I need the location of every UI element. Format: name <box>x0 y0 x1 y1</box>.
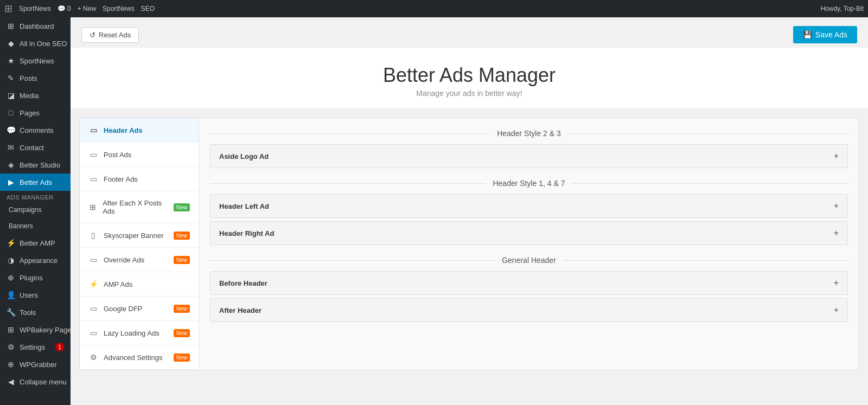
advanced-settings-icon: ⚙ <box>88 353 98 362</box>
plugin-nav-footer-ads[interactable]: ▭ Footer Ads <box>80 167 199 191</box>
media-icon: ◪ <box>7 91 15 100</box>
override-icon: ▭ <box>88 255 98 264</box>
adminbar-user: Howdy, Top-Bit <box>820 5 864 12</box>
post-ads-icon: ▭ <box>88 150 98 159</box>
adminbar-new[interactable]: + New <box>78 5 96 12</box>
amp-ads-icon: ⚡ <box>88 280 98 288</box>
sidebar-item-collapse[interactable]: ◀ Collapse menu <box>0 373 71 390</box>
plugin-left-nav: ▭ Header Ads ▭ Post Ads ▭ Footer Ads ⊞ A… <box>80 118 199 370</box>
plugin-body: ▭ Header Ads ▭ Post Ads ▭ Footer Ads ⊞ A… <box>79 118 859 370</box>
accordion-plus-icon-2: + <box>834 201 839 211</box>
sidebar-item-contact[interactable]: ✉ Contact <box>0 139 71 156</box>
skyscraper-icon: ▯ <box>88 231 98 240</box>
plugin-nav-post-ads[interactable]: ▭ Post Ads <box>80 143 199 167</box>
accordion-aside-logo-ad[interactable]: Aside Logo Ad + <box>210 144 848 168</box>
sidebar-item-all-in-one-seo[interactable]: ◆ All in One SEO <box>0 35 71 52</box>
users-icon: 👤 <box>7 291 15 299</box>
header-ads-icon: ▭ <box>88 126 98 134</box>
google-dfp-icon: ▭ <box>88 304 98 313</box>
posts-icon: ✎ <box>7 74 15 82</box>
better-ads-icon: ▶ <box>7 178 15 187</box>
sidebar-item-better-amp[interactable]: ⚡ Better AMP <box>0 234 71 252</box>
settings-badge: 1 <box>55 343 64 351</box>
accordion-plus-icon-3: + <box>834 228 839 238</box>
wpgrabber-icon: ⊕ <box>7 360 15 369</box>
sidebar-item-sportnews[interactable]: ★ SportNews <box>0 52 71 69</box>
comments-icon: 💬 <box>7 126 15 134</box>
sidebar-item-pages[interactable]: □ Pages <box>0 104 71 121</box>
save-icon: 💾 <box>803 30 812 39</box>
settings-icon: ⚙ <box>7 343 15 351</box>
adminbar-seo[interactable]: SEO <box>141 5 155 12</box>
after-each-badge: New <box>174 203 190 211</box>
reset-icon: ↺ <box>90 31 95 39</box>
pages-icon: □ <box>7 108 15 117</box>
contact-icon: ✉ <box>7 143 15 152</box>
plugin-nav-override[interactable]: ▭ Override Ads New <box>80 248 199 272</box>
lazy-loading-icon: ▭ <box>88 329 98 337</box>
section-header-style-2-3: Header Style 2 & 3 Aside Logo Ad + <box>210 129 848 168</box>
better-studio-icon: ◈ <box>7 160 15 169</box>
sidebar-item-media[interactable]: ◪ Media <box>0 87 71 104</box>
sidebar-item-appearance[interactable]: ◑ Appearance <box>0 252 71 269</box>
sidebar-item-better-studio[interactable]: ◈ Better Studio <box>0 156 71 173</box>
sidebar-item-tools[interactable]: 🔧 Tools <box>0 304 71 321</box>
page-header-bar: ↺ Reset Ads 💾 Save Ads <box>71 17 868 48</box>
sidebar: ⊞ Dashboard ◆ All in One SEO ★ SportNews… <box>0 17 71 405</box>
reset-ads-button[interactable]: ↺ Reset Ads <box>81 27 139 43</box>
plugin-subtitle: Manage your ads in better way! <box>81 89 857 98</box>
accordion-before-header[interactable]: Before Header + <box>210 271 848 295</box>
after-each-icon: ⊞ <box>88 203 97 211</box>
sidebar-item-campaigns[interactable]: Campaigns <box>0 202 71 218</box>
section-header-title-3: General Header <box>210 256 848 265</box>
appearance-icon: ◑ <box>7 256 15 265</box>
admin-bar: ⊞ SportNews 💬 0 + New SportNews SEO Howd… <box>0 0 868 17</box>
sidebar-item-comments[interactable]: 💬 Comments <box>0 121 71 139</box>
sidebar-item-wpgrabber[interactable]: ⊕ WPGrabber <box>0 356 71 373</box>
plugin-nav-amp-ads[interactable]: ⚡ AMP Ads <box>80 272 199 297</box>
plugin-nav-lazy-loading[interactable]: ▭ Lazy Loading Ads New <box>80 321 199 345</box>
plugin-nav-skyscraper[interactable]: ▯ Skyscraper Banner New <box>80 223 199 248</box>
plugin-right-content: Header Style 2 & 3 Aside Logo Ad + Heade… <box>199 118 859 370</box>
plugins-icon: ⊕ <box>7 273 15 282</box>
plugin-title-area: Better Ads Manager Manage your ads in be… <box>71 48 868 109</box>
sidebar-item-users[interactable]: 👤 Users <box>0 286 71 304</box>
sidebar-item-posts[interactable]: ✎ Posts <box>0 69 71 87</box>
plugin-title: Better Ads Manager <box>81 64 857 87</box>
accordion-header-left-ad[interactable]: Header Left Ad + <box>210 194 848 218</box>
sidebar-item-dashboard[interactable]: ⊞ Dashboard <box>0 17 71 35</box>
accordion-plus-icon-5: + <box>834 305 839 315</box>
ads-manager-section-label: Ads Manager <box>0 191 71 202</box>
advanced-settings-badge: New <box>174 353 190 362</box>
section-header-title-1: Header Style 2 & 3 <box>210 129 848 138</box>
plugin-nav-advanced-settings[interactable]: ⚙ Advanced Settings New <box>80 345 199 370</box>
better-amp-icon: ⚡ <box>7 239 15 247</box>
plugin-nav-after-each[interactable]: ⊞ After Each X Posts Ads New <box>80 191 199 223</box>
section-general-header: General Header Before Header + After Hea… <box>210 256 848 322</box>
accordion-header-right-ad[interactable]: Header Right Ad + <box>210 221 848 245</box>
save-ads-button[interactable]: 💾 Save Ads <box>793 26 857 43</box>
lazy-loading-badge: New <box>174 329 190 337</box>
accordion-plus-icon-4: + <box>834 278 839 288</box>
aio-seo-icon: ◆ <box>7 39 15 48</box>
dashboard-icon: ⊞ <box>7 22 15 30</box>
accordion-after-header[interactable]: After Header + <box>210 298 848 322</box>
collapse-icon: ◀ <box>7 377 15 386</box>
wpbakery-icon: ⊞ <box>7 325 15 334</box>
sportnews-icon: ★ <box>7 56 15 65</box>
adminbar-site-name[interactable]: SportNews <box>19 5 51 12</box>
adminbar-sportnews[interactable]: SportNews <box>103 5 135 12</box>
sidebar-item-settings[interactable]: ⚙ Settings 1 <box>0 338 71 356</box>
sidebar-item-banners[interactable]: Banners <box>0 218 71 234</box>
sidebar-item-better-ads[interactable]: ▶ Better Ads <box>0 173 71 191</box>
accordion-plus-icon-1: + <box>834 151 839 161</box>
plugin-nav-google-dfp[interactable]: ▭ Google DFP New <box>80 297 199 321</box>
footer-ads-icon: ▭ <box>88 175 98 183</box>
skyscraper-badge: New <box>174 232 190 240</box>
sidebar-item-wpbakery[interactable]: ⊞ WPBakery Page Builder <box>0 321 71 338</box>
plugin-nav-header-ads[interactable]: ▭ Header Ads <box>80 118 199 143</box>
override-badge: New <box>174 256 190 264</box>
adminbar-comments[interactable]: 💬 0 <box>58 5 71 12</box>
google-dfp-badge: New <box>174 305 190 313</box>
sidebar-item-plugins[interactable]: ⊕ Plugins <box>0 269 71 286</box>
